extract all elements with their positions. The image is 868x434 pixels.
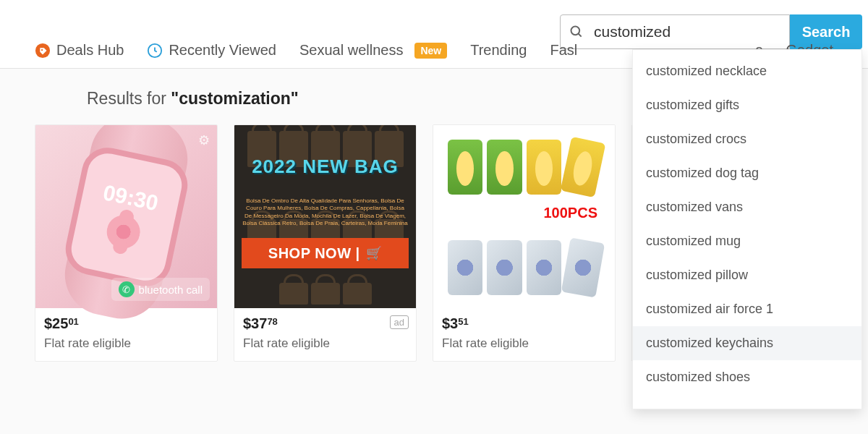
- tag-icon: [35, 43, 51, 59]
- suggestion-item[interactable]: customized necklace: [633, 54, 861, 88]
- product-image: 100PCS: [433, 125, 615, 308]
- watch-time-overlay: 09:30: [101, 179, 160, 215]
- results-prefix: Results for: [87, 89, 171, 108]
- bluetooth-badge: ✆ bluetooth call: [111, 278, 210, 301]
- cart-icon: 🛒: [366, 245, 383, 261]
- suggestion-item[interactable]: customized shoes: [633, 360, 861, 394]
- suggestion-item[interactable]: customized keychains: [633, 326, 861, 360]
- product-price: $2501: [44, 315, 208, 332]
- clock-icon: [147, 43, 163, 59]
- new-badge: New: [414, 43, 447, 59]
- phone-icon: ✆: [119, 281, 135, 297]
- nav-label: Deals Hub: [56, 42, 124, 59]
- nav-trending[interactable]: Trending: [470, 42, 527, 59]
- suggestion-item[interactable]: customized air force 1: [633, 292, 861, 326]
- shop-now-overlay: SHOP NOW |🛒: [242, 238, 409, 268]
- suggestion-item[interactable]: customized mug: [633, 224, 861, 258]
- nav-label: Recently Viewed: [169, 42, 276, 59]
- nav-fashion-partial[interactable]: Fasl: [550, 42, 577, 59]
- search-suggestions-dropdown: customized necklace customized gifts cus…: [632, 49, 862, 409]
- suggestion-item[interactable]: customized pillow: [633, 258, 861, 292]
- suggestion-item[interactable]: customized dog tag: [633, 156, 861, 190]
- nav-label: Trending: [470, 42, 527, 59]
- ad-badge: ad: [390, 315, 409, 329]
- shipping-label: Flat rate eligible: [44, 336, 208, 351]
- nav-deals-hub[interactable]: Deals Hub: [35, 42, 124, 59]
- banner-sub: Bolsa De Ombro De Alta Qualidade Para Se…: [242, 197, 409, 228]
- product-card[interactable]: 2022 NEW BAG Bolsa De Ombro De Alta Qual…: [234, 124, 417, 362]
- svg-point-3: [41, 48, 43, 50]
- nav-label: Fasl: [550, 42, 577, 59]
- suggestion-item[interactable]: customized crocs: [633, 122, 861, 156]
- nav-sexual-wellness[interactable]: Sexual wellness New: [299, 42, 447, 59]
- product-image: 09:30 ⚙ ✆ bluetooth call: [35, 125, 217, 308]
- qty-overlay: 100PCS: [544, 205, 598, 221]
- bt-label: bluetooth call: [139, 284, 203, 296]
- shipping-label: Flat rate eligible: [442, 336, 606, 351]
- nav-label: Sexual wellness: [299, 42, 403, 59]
- product-price: $351: [442, 315, 606, 332]
- product-card[interactable]: 100PCS $351 Flat rate eligible: [433, 124, 616, 362]
- results-query: "customization": [171, 89, 298, 108]
- product-price: $3778: [243, 315, 407, 332]
- product-card[interactable]: 09:30 ⚙ ✆ bluetooth call $2501 Flat rate…: [35, 124, 218, 362]
- product-image: 2022 NEW BAG Bolsa De Ombro De Alta Qual…: [234, 125, 416, 308]
- suggestion-item[interactable]: customized gifts: [633, 88, 861, 122]
- suggestion-item[interactable]: customized vans: [633, 190, 861, 224]
- gear-icon: ⚙: [198, 132, 210, 148]
- nav-recently-viewed[interactable]: Recently Viewed: [147, 42, 276, 59]
- shipping-label: Flat rate eligible: [243, 336, 407, 351]
- banner-text: 2022 NEW BAG: [234, 156, 416, 178]
